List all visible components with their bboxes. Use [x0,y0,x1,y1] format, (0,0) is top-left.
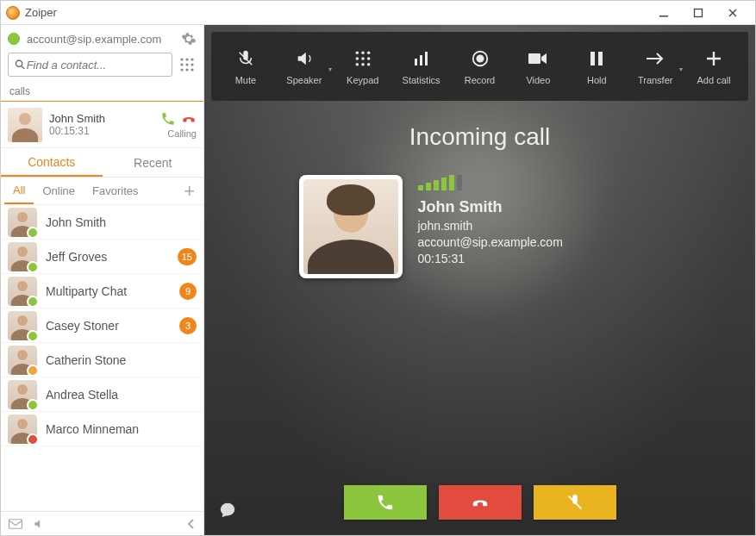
addcall-button[interactable]: Add call [684,47,743,85]
presence-online-icon [27,261,39,273]
svg-point-10 [185,68,188,71]
svg-rect-12 [9,519,22,528]
account-address: account@sip.example.com [27,33,161,46]
subtab-favorites[interactable]: Favorites [84,178,147,204]
mute-button[interactable]: Mute [216,47,275,85]
presence-away-icon [27,365,39,377]
main-tabs: Contacts Recent [1,148,203,178]
subtab-all[interactable]: All [4,178,34,204]
window-maximize-button[interactable] [681,2,715,24]
video-button[interactable]: Video [509,47,567,85]
svg-rect-23 [420,55,422,65]
contact-avatar [8,208,37,237]
caller-name: John Smith [418,198,563,216]
caller-address: account@sip.example.com [418,235,563,249]
decline-call-button[interactable] [439,485,522,520]
svg-point-2 [16,60,22,66]
caller-photo [299,175,403,278]
signal-bars-icon [418,175,563,190]
transfer-button[interactable]: Transfer ▾ [626,47,684,85]
statistics-button[interactable]: Statistics [392,47,451,85]
active-call-card[interactable]: John Smith 00:15:31 Calling [1,102,203,148]
hold-button[interactable]: Hold [567,47,626,85]
add-contact-button[interactable]: + [178,182,200,201]
caller-info: John Smith john.smith account@sip.exampl… [299,175,661,278]
svg-point-3 [180,58,183,60]
contact-name: John Smith [46,215,197,229]
contact-avatar [8,414,37,444]
contact-row[interactable]: Andrea Stella [1,377,203,412]
app-window: Zoiper account@sip.example.com [0,0,756,536]
active-call-name: John Smith [49,112,153,125]
contact-avatar [8,346,37,375]
contact-row[interactable]: Catherin Stone [1,343,203,377]
window-close-button[interactable] [715,2,750,24]
keypad-button[interactable]: Keypad [334,47,392,85]
svg-point-8 [191,63,193,65]
search-box[interactable] [8,53,172,77]
presence-online-icon [27,399,39,411]
window-minimize-button[interactable] [647,2,681,24]
contact-name: Catherin Stone [46,353,197,367]
contact-list[interactable]: John SmithJeff Groves15Multiparty Chat9C… [1,205,203,511]
settings-gear-icon[interactable] [181,31,197,47]
chat-icon[interactable] [218,501,237,520]
svg-point-13 [355,52,359,55]
caller-avatar [8,108,42,142]
svg-rect-0 [659,16,668,17]
contact-row[interactable]: Multiparty Chat9 [1,274,203,309]
svg-point-17 [361,57,365,60]
subtab-online[interactable]: Online [34,178,84,204]
contact-row[interactable]: Jeff Groves15 [1,240,203,274]
call-action-buttons [344,485,616,520]
svg-point-14 [361,52,365,55]
svg-point-6 [180,63,183,65]
svg-point-5 [191,58,193,60]
contact-row[interactable]: John Smith [1,205,203,240]
dialpad-icon[interactable] [178,55,197,74]
presence-online-icon [8,33,20,45]
account-row[interactable]: account@sip.example.com [1,25,203,53]
search-input[interactable] [27,59,166,72]
caret-icon: ▾ [328,65,332,73]
app-logo-icon [6,6,20,20]
speaker-button[interactable]: Speaker ▾ [275,47,334,85]
hold-icon [585,47,608,70]
unread-badge: 15 [178,248,197,265]
accept-call-button[interactable] [344,485,427,520]
record-icon [469,47,491,70]
record-button[interactable]: Record [451,47,509,85]
calls-section-label: calls [1,82,203,99]
video-label: Video [526,75,550,85]
statistics-icon [410,47,433,70]
svg-rect-24 [425,52,428,65]
hold-label: Hold [587,75,607,85]
speaker-icon [293,47,316,70]
hangup-icon[interactable] [181,111,197,127]
tab-contacts[interactable]: Contacts [1,148,103,177]
speaker-label: Speaker [286,75,322,85]
contact-row[interactable]: Casey Stoner3 [1,309,203,343]
contact-avatar [8,242,37,271]
bottom-bar [1,511,203,535]
svg-rect-1 [695,9,703,16]
tab-recent[interactable]: Recent [103,148,204,177]
messages-icon[interactable] [8,518,23,530]
speaker-small-icon[interactable] [32,518,46,530]
unread-badge: 9 [179,283,197,300]
record-label: Record [465,75,495,85]
call-toolbar: Mute Speaker ▾ Keypad Statistics R [211,32,748,101]
svg-point-20 [361,63,365,66]
presence-online-icon [27,330,39,342]
caller-user: john.smith [418,219,563,233]
answer-icon[interactable] [160,111,176,127]
collapse-icon[interactable] [186,518,197,530]
add-icon [703,47,725,70]
svg-point-26 [477,55,483,61]
contact-name: Jeff Groves [46,250,169,264]
silence-call-button[interactable] [534,485,616,520]
contact-name: Multiparty Chat [46,284,171,298]
contact-name: Marco Minneman [46,422,197,436]
contact-avatar [8,380,37,409]
contact-row[interactable]: Marco Minneman [1,412,203,446]
